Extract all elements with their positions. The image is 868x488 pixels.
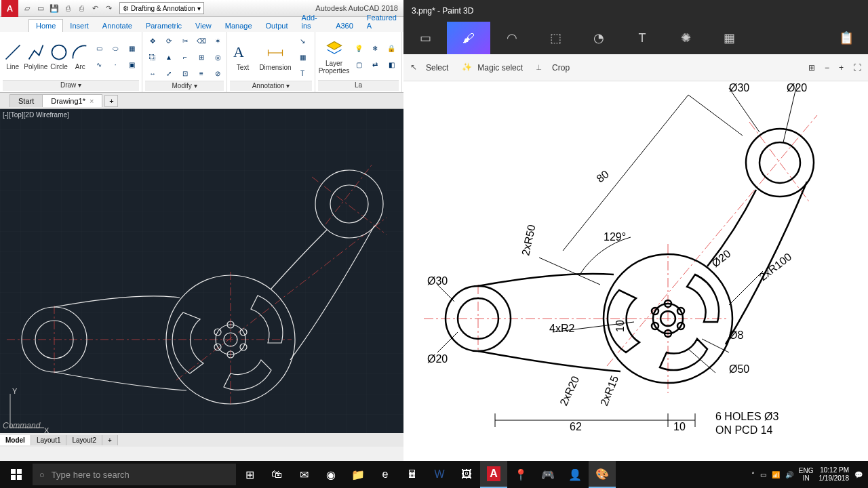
new-tab-button[interactable]: + [104, 95, 118, 107]
tool-break[interactable]: ⊘ [210, 66, 225, 81]
tool-text[interactable]: A Text [230, 43, 256, 71]
tab-output[interactable]: Output [259, 20, 295, 32]
tab-parametric[interactable]: Parametric [139, 20, 189, 32]
taskbar-app-mail[interactable]: ✉ [290, 461, 317, 488]
layer-match-icon[interactable]: ⇄ [368, 58, 382, 73]
tab-home[interactable]: Home [28, 19, 63, 32]
taskbar-app-paint3d[interactable]: 🎨 [589, 461, 616, 488]
command-line[interactable]: Command [3, 421, 40, 430]
tool-copy[interactable]: ⿻ [145, 49, 160, 64]
tool-region[interactable]: ▣ [124, 58, 139, 73]
tool-mirror[interactable]: ▲ [161, 49, 176, 64]
redo-icon[interactable]: ↷ [102, 2, 115, 14]
tab-featured[interactable]: Featured A [360, 12, 403, 32]
layout-2[interactable]: Layout2 [66, 435, 102, 445]
sub-select[interactable]: ↖Select [410, 62, 448, 73]
tool-circle[interactable]: Circle [49, 43, 68, 70]
layout-model[interactable]: Model [0, 435, 31, 445]
tab-a360[interactable]: A360 [329, 20, 360, 32]
tool-sticker-icon[interactable]: ◔ [577, 22, 620, 54]
tool-stretch[interactable]: ↔ [145, 66, 160, 81]
taskbar-app-explorer[interactable]: 📁 [344, 461, 372, 488]
sub-magic-select[interactable]: ✨Magic select [462, 62, 523, 73]
tray-language[interactable]: ENG IN [799, 467, 814, 482]
drawing-viewport[interactable]: [-][Top][2D Wireframe] [0, 109, 403, 447]
tool-move[interactable]: ✥ [145, 33, 160, 48]
taskbar-app-chrome[interactable]: ◉ [317, 461, 344, 488]
tool-canvas-icon[interactable]: ▦ [707, 22, 751, 54]
tool-rectangle[interactable]: ▭ [92, 41, 106, 56]
tray-volume-icon[interactable]: 🔊 [785, 471, 793, 479]
print-icon[interactable]: ⎙ [75, 2, 87, 14]
open-icon[interactable]: ▭ [35, 2, 47, 14]
save-icon[interactable]: 💾 [48, 2, 60, 14]
tool-brush-icon[interactable]: 🖌 [447, 22, 490, 54]
zoom-out-icon[interactable]: − [825, 63, 829, 73]
taskbar-search[interactable]: ○ Type here to search [33, 464, 236, 485]
tool-effects-icon[interactable]: ✺ [664, 22, 707, 54]
tool-trim[interactable]: ✂ [178, 33, 193, 48]
viewport-label[interactable]: [-][Top][2D Wireframe] [3, 111, 69, 119]
layer-freeze-icon[interactable]: ❄ [368, 41, 382, 56]
tool-dimension[interactable]: Dimension [257, 43, 294, 71]
tool-fillet[interactable]: ⌐ [178, 49, 193, 64]
tool-arrayp[interactable]: ⊡ [178, 66, 193, 81]
tab-addins[interactable]: Add-ins [295, 12, 330, 32]
taskbar-app-photos[interactable]: 🖼 [453, 461, 480, 488]
paint3d-canvas[interactable]: 62 10 80 129° Ø30 Ø20 Ø30 Ø20 2xR50 4xR2… [403, 81, 868, 461]
tool-marquee-icon[interactable]: ▭ [403, 22, 447, 54]
taskbar-app-autocad[interactable]: A [480, 461, 507, 488]
tool-3d-icon[interactable]: ⬚ [534, 22, 577, 54]
close-icon[interactable]: × [90, 97, 94, 105]
tool-array[interactable]: ⊞ [194, 49, 209, 64]
tool-align[interactable]: ≡ [194, 66, 209, 81]
task-view-icon[interactable]: ⊞ [236, 461, 263, 488]
tool-hatch[interactable]: ▦ [124, 41, 139, 56]
tray-chevron-icon[interactable]: ˄ [751, 471, 755, 479]
taskbar-app-misc1[interactable]: 🎮 [534, 461, 561, 488]
zoom-in-icon[interactable]: + [839, 63, 844, 73]
autocad-logo-icon[interactable]: A [1, 0, 18, 17]
layer-iso-icon[interactable]: ◧ [384, 58, 399, 73]
taskbar-app-maps[interactable]: 📍 [507, 461, 534, 488]
tray-wifi-icon[interactable]: 📶 [772, 471, 780, 479]
tray-battery-icon[interactable]: ▭ [760, 471, 766, 479]
taskbar-app-edge[interactable]: e [372, 461, 399, 488]
grid-icon[interactable]: ⊞ [808, 63, 815, 73]
tool-scale[interactable]: ⤢ [161, 66, 176, 81]
file-tab-start[interactable]: Start [9, 94, 43, 107]
taskbar-app-misc2[interactable]: 👤 [561, 461, 589, 488]
taskbar-app-calc[interactable]: 🖩 [399, 461, 426, 488]
tool-explode[interactable]: ✶ [210, 33, 225, 48]
file-tab-drawing1[interactable]: Drawing1* × [42, 94, 102, 107]
tool-point[interactable]: · [108, 58, 123, 73]
new-icon[interactable]: ▱ [21, 2, 33, 14]
tool-table[interactable]: ▦ [295, 49, 310, 64]
layer-color-icon[interactable]: ▢ [351, 58, 366, 73]
panel-annotation-label[interactable]: Annotation ▾ [230, 81, 312, 91]
layer-lock-icon[interactable]: 🔒 [384, 41, 399, 56]
sub-crop[interactable]: ⟂Crop [536, 62, 570, 73]
tool-ellipse[interactable]: ⬭ [108, 41, 123, 56]
start-button[interactable] [0, 461, 33, 488]
tool-spline[interactable]: ∿ [92, 58, 106, 73]
layout-add[interactable]: + [102, 435, 118, 445]
tool-erase[interactable]: ⌫ [194, 33, 209, 48]
panel-draw-label[interactable]: Draw ▾ [3, 80, 139, 91]
tool-leader[interactable]: ↘ [295, 33, 310, 48]
fit-icon[interactable]: ⛶ [853, 63, 861, 73]
saveas-icon[interactable]: ⎙ [62, 2, 74, 14]
tool-layer-properties[interactable]: Layer Properties [318, 39, 350, 75]
panel-modify-label[interactable]: Modify ▾ [145, 81, 224, 91]
tab-annotate[interactable]: Annotate [96, 20, 139, 32]
tab-manage[interactable]: Manage [218, 20, 259, 32]
workspace-dropdown[interactable]: ⚙ Drafting & Annotation ▾ [119, 2, 204, 14]
tool-text-icon[interactable]: T [620, 22, 664, 54]
layout-1[interactable]: Layout1 [31, 435, 67, 445]
layer-on-icon[interactable]: 💡 [351, 41, 366, 56]
tool-rotate[interactable]: ⟳ [161, 33, 176, 48]
tray-notifications-icon[interactable]: 💬 [854, 471, 863, 479]
tab-view[interactable]: View [189, 20, 218, 32]
tray-clock[interactable]: 10:12 PM 1/19/2018 [819, 466, 850, 483]
tool-2d-icon[interactable]: ◠ [490, 22, 534, 54]
